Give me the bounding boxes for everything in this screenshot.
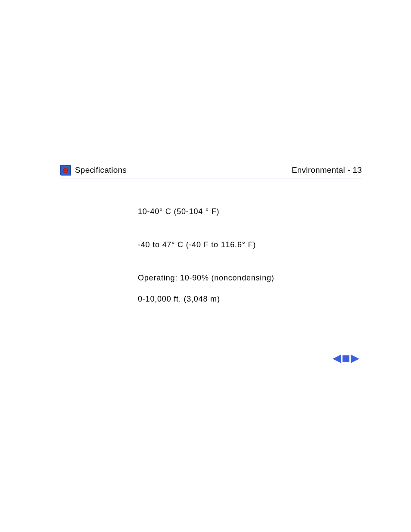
page-header: Specifications Environmental - 13 [60, 165, 362, 178]
page-nav [332, 354, 360, 366]
stop-button[interactable] [342, 355, 350, 364]
svg-marker-4 [333, 355, 341, 363]
header-left: Specifications [60, 165, 127, 175]
spec-content: 10-40° C (50-104 ° F) -40 to 47° C (-40 … [138, 206, 274, 327]
humidity-value: Operating: 10-90% (noncondensing) [138, 272, 274, 284]
triangle-left-icon [332, 354, 341, 364]
service-logo-icon [60, 165, 71, 175]
prev-page-button[interactable] [332, 354, 341, 366]
altitude-value: 0-10,000 ft. (3,048 m) [138, 293, 274, 305]
svg-rect-5 [342, 355, 349, 362]
storage-temp-value: -40 to 47° C (-40 F to 116.6° F) [138, 239, 274, 251]
page-label: Environmental - 13 [292, 165, 362, 175]
operating-temp-value: 10-40° C (50-104 ° F) [138, 206, 274, 218]
section-title: Specifications [75, 165, 127, 175]
svg-marker-6 [351, 355, 359, 363]
triangle-right-icon [351, 354, 360, 364]
next-page-button[interactable] [351, 354, 360, 366]
square-stop-icon [342, 355, 350, 363]
